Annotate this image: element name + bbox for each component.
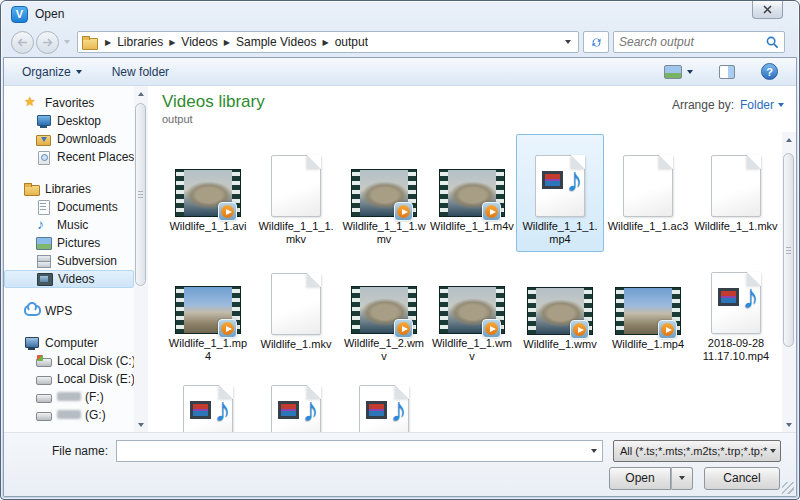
breadcrumb-item-libraries[interactable]: Libraries [117,35,163,49]
grip-icon [138,191,143,198]
sidebar-group-favorites[interactable]: Favorites [4,94,134,112]
video-thumbnail [615,287,681,335]
chevron-down-icon [565,40,571,44]
sidebar-item-f[interactable]: (F:) [4,388,134,406]
close-icon [763,5,772,14]
breadcrumb-item-sample-videos[interactable]: Sample Videos [236,35,317,49]
sidebar-item-label: Recent Places [57,150,134,164]
media-file-icon: ♪ [359,385,409,432]
sidebar-group-wps[interactable]: WPS [4,302,134,320]
sidebar-item-documents[interactable]: Documents [4,198,134,216]
file-item-wildlife-1-1-1-mkv[interactable]: Wildlife_1_1_1.mkv [252,134,340,252]
scrollbar-thumb[interactable] [135,103,146,286]
file-list-scrollbar[interactable] [782,132,796,432]
sidebar-item-music[interactable]: Music [4,216,134,234]
help-button[interactable]: ? [753,60,786,83]
filmstrip-icon [440,287,448,333]
file-item-wildlife-1-1-1-wmv[interactable]: Wildlife_1_1_1.wmv [340,134,428,252]
sidebar-item-pictures[interactable]: Pictures [4,234,134,252]
sidebar-item-label: Documents [57,200,118,214]
file-item-wildlife-1-mkv[interactable]: Wildlife_1.mkv [252,252,340,364]
window-title: Open [35,7,64,21]
sidebar-group-libraries[interactable]: Libraries [4,180,134,198]
sidebar-item-g[interactable]: (G:) [4,406,134,424]
search-icon [766,36,779,49]
file-item-wildlife-1-1-ac3[interactable]: Wildlife_1_1.ac3 [604,134,692,252]
open-button[interactable]: Open [609,467,671,490]
file-name-text: Wildlife_1_1_1.mkv [254,220,338,246]
arrange-by-dropdown[interactable]: Folder [740,98,784,112]
search-box[interactable] [613,31,785,53]
breadcrumb-item-output[interactable]: output [335,35,368,49]
scrollbar-track[interactable] [782,147,796,417]
file-item-wildlife-1-1-wmv[interactable]: Wildlife_1_1.wmv [428,252,516,364]
scrollbar-thumb[interactable] [783,153,794,347]
sidebar-item-videos[interactable]: Videos [4,270,134,288]
resize-grip[interactable] [782,482,794,494]
sidebar-item-downloads[interactable]: Downloads [4,130,134,148]
sidebar-item-local-disk-e[interactable]: Local Disk (E:) [4,370,134,388]
new-folder-button[interactable]: New folder [104,62,177,82]
play-overlay-icon [482,319,501,338]
music-note-icon: ♪ [390,389,407,429]
file-name-input[interactable] [117,444,585,458]
address-bar[interactable]: ▶Libraries▶Videos▶Sample Videos▶output [77,31,579,53]
file-item-wildlife-1-2-wmv[interactable]: Wildlife_1_2.wmv [340,252,428,364]
sidebar-item-desktop[interactable]: Desktop [4,112,134,130]
scroll-up-button[interactable] [782,132,796,147]
file-type-value: All (*.ts;*.mts;*.m2ts;*.trp;*.tp;* [620,445,770,457]
file-item-wildlife-1-1-mp4[interactable]: Wildlife_1_1.mp4 [164,252,252,364]
file-name-text: Wildlife_1_1_1.mp4 [518,220,602,246]
file-item[interactable]: ♪ [252,364,340,432]
music-note-icon: ♪ [214,389,231,429]
chevron-down-icon [679,476,685,480]
refresh-button[interactable] [583,31,609,53]
sidebar-group-label: WPS [45,304,72,318]
file-item[interactable]: ♪ [340,364,428,432]
forward-button[interactable] [36,31,59,54]
file-item-2018-09-28-11-17-10-mp4[interactable]: ♪2018-09-28 11.17.10.mp4 [692,252,780,364]
file-type-dropdown[interactable]: All (*.ts;*.mts;*.m2ts;*.trp;*.tp;* [613,440,781,462]
breadcrumb-item-videos[interactable]: Videos [181,35,217,49]
file-item[interactable]: ♪ [164,364,252,432]
media-file-icon: ♪ [271,385,321,432]
organize-button[interactable]: Organize [14,62,90,82]
mini-film-icon [366,401,387,419]
search-input[interactable] [619,35,766,49]
file-item-wildlife-1-1-m4v[interactable]: Wildlife_1_1.m4v [428,134,516,252]
back-button[interactable] [11,31,34,54]
scroll-up-button[interactable] [134,86,148,101]
sidebar-scrollbar[interactable] [134,86,148,432]
close-button[interactable] [752,1,783,19]
open-split-dropdown-button[interactable] [671,467,693,490]
sidebar-item-recent-places[interactable]: Recent Places [4,148,134,166]
file-name-dropdown-button[interactable] [585,449,602,453]
address-dropdown-button[interactable] [560,40,576,44]
views-button[interactable] [656,62,701,82]
play-overlay-icon [482,202,501,221]
sidebar-item-label: Videos [58,272,94,286]
sidebar-group-label: Favorites [45,96,94,110]
file-item-wildlife-1-wmv[interactable]: Wildlife_1.wmv [516,252,604,364]
file-item-wildlife-1-1-avi[interactable]: Wildlife_1_1.avi [164,134,252,252]
preview-pane-icon [719,65,735,79]
sidebar-item-local-disk-c[interactable]: Local Disk (C:) [4,352,134,370]
file-name-combo[interactable] [116,440,603,462]
cancel-button[interactable]: Cancel [704,467,780,490]
scrollbar-track[interactable] [134,101,148,417]
scroll-down-button[interactable] [782,417,796,432]
file-item-wildlife-1-mp4[interactable]: Wildlife_1.mp4 [604,252,692,364]
file-item-wildlife-1-1-1-mp4[interactable]: ♪Wildlife_1_1_1.mp4 [516,134,604,252]
scroll-down-button[interactable] [134,417,148,432]
document-icon [623,155,673,217]
sidebar-item-subversion[interactable]: Subversion [4,252,134,270]
music-note-icon: ♪ [742,276,759,316]
title-bar[interactable]: V Open [1,1,799,27]
mini-film-icon [278,401,299,419]
sidebar-item-label: Pictures [57,236,100,250]
recent-pages-chevron-icon[interactable] [64,40,70,44]
open-dialog-window: V Open ▶Libraries▶Videos▶Sample Videos▶o… [0,0,800,500]
sidebar-group-computer[interactable]: Computer [4,334,134,352]
preview-pane-button[interactable] [711,62,743,82]
file-item-wildlife-1-1-mkv[interactable]: Wildlife_1_1.mkv [692,134,780,252]
